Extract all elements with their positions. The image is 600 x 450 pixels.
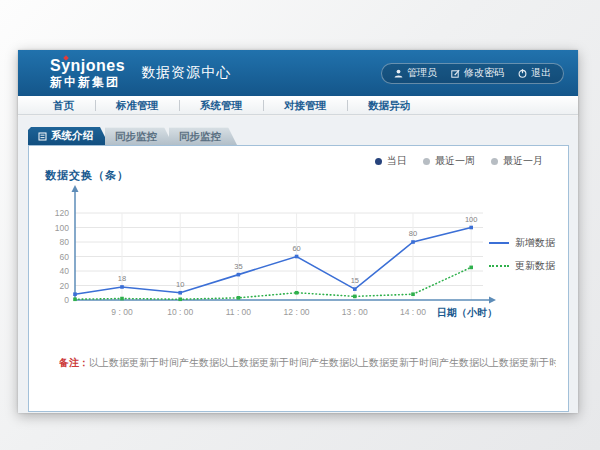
tab-sync-monitor-1[interactable]: 同步监控 (105, 127, 173, 145)
change-password-button[interactable]: 修改密码 (451, 66, 504, 80)
legend-line-sample (489, 242, 509, 244)
svg-text:20: 20 (60, 281, 70, 291)
nav-item-standard-mgmt[interactable]: 标准管理 (95, 96, 179, 115)
svg-text:80: 80 (60, 237, 70, 247)
logo-text-cn: 新中新集团 (50, 76, 125, 88)
logo-text-en: Synjones (50, 58, 125, 74)
tab-sync-monitor-2[interactable]: 同步监控 (169, 127, 237, 145)
app-header: Synjones 新中新集团 数据资源中心 管理员 修改密码 (18, 50, 578, 96)
nav-item-interface-mgmt[interactable]: 对接管理 (263, 96, 347, 115)
svg-text:13 : 00: 13 : 00 (342, 307, 368, 317)
logo: Synjones 新中新集团 (50, 58, 125, 88)
nav-item-system-mgmt[interactable]: 系统管理 (179, 96, 263, 115)
svg-text:0: 0 (64, 295, 69, 305)
nav-item-home[interactable]: 首页 (32, 96, 95, 115)
chart-legend: 新增数据 更新数据 (489, 236, 555, 273)
document-icon (38, 132, 47, 141)
nav-item-data-change[interactable]: 数据异动 (347, 96, 431, 115)
line-chart: 0204060801001209 : 0010 : 0011 : 0012 : … (29, 146, 568, 412)
content-panel: 当日 最近一周 最近一月 数据交换（条） 0204060801001209 : … (28, 145, 569, 412)
main-nav: 首页 标准管理 系统管理 对接管理 数据异动 (18, 96, 578, 115)
svg-text:100: 100 (465, 215, 478, 224)
svg-text:60: 60 (60, 252, 70, 262)
legend-item-update-data[interactable]: 更新数据 (489, 259, 555, 273)
edit-icon (451, 69, 460, 78)
svg-text:80: 80 (409, 229, 417, 238)
svg-text:10 : 00: 10 : 00 (167, 307, 193, 317)
svg-text:14 : 00: 14 : 00 (400, 307, 426, 317)
footnote-text: 以上数据更新于时间产生数据以上数据更新于时间产生数据以上数据更新于时间产生数据以… (89, 357, 556, 368)
svg-text:10: 10 (176, 280, 184, 289)
svg-text:40: 40 (60, 266, 70, 276)
svg-text:60: 60 (292, 244, 300, 253)
svg-text:18: 18 (118, 274, 126, 283)
svg-text:11 : 00: 11 : 00 (226, 307, 252, 317)
svg-text:日期（小时）: 日期（小时） (437, 307, 497, 318)
svg-text:9 : 00: 9 : 00 (111, 307, 133, 317)
legend-item-new-data[interactable]: 新增数据 (489, 236, 555, 250)
svg-text:15: 15 (351, 276, 359, 285)
user-icon (394, 69, 403, 78)
footnote: 备注：以上数据更新于时间产生数据以上数据更新于时间产生数据以上数据更新于时间产生… (59, 356, 556, 370)
power-icon (518, 69, 527, 78)
svg-text:12 : 00: 12 : 00 (284, 307, 310, 317)
app-window: Synjones 新中新集团 数据资源中心 管理员 修改密码 (18, 50, 578, 413)
svg-text:35: 35 (234, 262, 242, 271)
user-pill: 管理员 修改密码 退出 (381, 63, 564, 84)
svg-text:100: 100 (55, 223, 69, 233)
logout-button[interactable]: 退出 (518, 66, 551, 80)
legend-line-sample (489, 265, 509, 267)
admin-user-button[interactable]: 管理员 (394, 66, 437, 80)
svg-text:120: 120 (55, 208, 69, 218)
tab-system-intro[interactable]: 系统介绍 (28, 127, 109, 145)
content-area: 系统介绍 同步监控 同步监控 当日 最近一周 (18, 116, 578, 413)
tab-bar: 系统介绍 同步监控 同步监控 (28, 127, 233, 145)
footnote-label: 备注： (59, 357, 89, 368)
page-title: 数据资源中心 (141, 64, 231, 82)
